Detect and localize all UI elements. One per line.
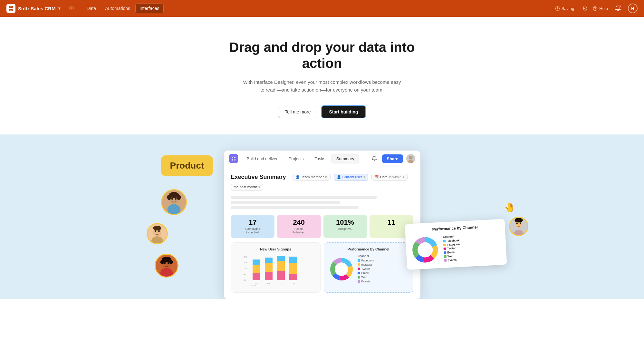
tab-tasks[interactable]: Tasks (310, 154, 330, 163)
svg-text:240: 240 (244, 262, 247, 264)
svg-rect-49 (277, 261, 285, 271)
legend-twitter: Twitter (358, 267, 374, 270)
filter-past-month[interactable]: the past month ▾ (231, 184, 264, 191)
svg-rect-46 (265, 263, 273, 272)
filter-date[interactable]: 📅 Date is within ▾ (371, 174, 408, 181)
svg-rect-53 (289, 257, 297, 263)
charts-row: New User Signups 300 240 160 80 40 (231, 242, 413, 293)
stat-campaigns: 17 CampaignsLaunched (231, 215, 275, 238)
window-bell-icon[interactable] (370, 154, 379, 163)
bar-chart-svg: 300 240 160 80 40 (236, 254, 316, 287)
svg-point-24 (160, 259, 164, 264)
saving-status: Saving... (555, 6, 578, 11)
user-avatar[interactable]: H (628, 4, 638, 13)
cursor-hand-icon: 🤚 (504, 202, 515, 213)
svg-point-73 (513, 230, 524, 235)
hero-subtitle: With Interface Designer, even your most … (242, 78, 403, 94)
help-link[interactable]: Help (593, 6, 608, 11)
svg-point-21 (164, 262, 165, 264)
notification-bell[interactable]: 1 (613, 4, 623, 13)
interface-logo (229, 154, 238, 163)
donut-chart-box: Performance by Channel (324, 242, 413, 293)
stat-assets: 240 AssetsPublished (277, 215, 321, 238)
donut-chart-svg (329, 256, 354, 282)
hero-title: Drag and drop your data into action (226, 39, 419, 72)
nav-automations[interactable]: Automations (101, 4, 134, 13)
svg-rect-44 (253, 259, 260, 265)
window-user-avatar (406, 154, 415, 163)
performance-card: Performance by Channel Channel Facebook … (405, 219, 507, 270)
filter-current-user[interactable]: 👤 Current user ▾ (334, 174, 368, 181)
svg-point-65 (336, 263, 347, 275)
svg-rect-0 (9, 6, 11, 8)
bar-chart-box: New User Signups 300 240 160 80 40 (231, 242, 321, 293)
svg-text:Q4: Q4 (292, 282, 294, 284)
history-icon[interactable] (583, 6, 588, 11)
svg-rect-51 (289, 274, 297, 280)
start-building-button[interactable]: Start building (321, 105, 366, 118)
svg-rect-50 (277, 256, 285, 261)
nav-links: Data Automations Interfaces (83, 4, 164, 13)
svg-rect-27 (234, 157, 235, 158)
info-icon[interactable]: ⓘ (69, 5, 74, 11)
floating-person-avatar (509, 217, 528, 236)
legend-email: Email (358, 271, 374, 275)
tab-actions: Share (370, 154, 415, 163)
svg-rect-1 (11, 6, 13, 8)
tell-more-button[interactable]: Tell me more (278, 106, 317, 118)
svg-point-20 (160, 268, 173, 277)
donut-legend: Channel Facebook Instagram (358, 254, 374, 284)
share-button[interactable]: Share (382, 154, 403, 163)
svg-rect-47 (265, 258, 273, 263)
svg-text:300: 300 (244, 256, 247, 258)
svg-rect-45 (265, 272, 273, 280)
tab-summary[interactable]: Summary (332, 154, 359, 163)
svg-text:160: 160 (244, 268, 247, 269)
product-badge: Product (161, 155, 213, 176)
notification-dot: 1 (619, 5, 621, 7)
filter-team-member[interactable]: 👤 Team member is (293, 174, 331, 181)
svg-point-15 (151, 236, 163, 243)
svg-rect-26 (232, 157, 233, 158)
svg-point-6 (595, 9, 595, 10)
svg-rect-43 (253, 265, 260, 273)
svg-text:40: 40 (244, 279, 246, 281)
brand-chevron-icon: ▾ (58, 6, 60, 11)
svg-rect-28 (232, 159, 233, 161)
nav-interfaces[interactable]: Interfaces (135, 4, 163, 13)
svg-text:Q3: Q3 (279, 282, 282, 284)
svg-rect-3 (11, 9, 13, 11)
brand-logo[interactable]: Softr Sales CRM ▾ (6, 4, 60, 13)
interface-window: Build and deliver Projects Tasks Summary… (224, 151, 420, 299)
svg-rect-52 (289, 263, 297, 274)
person-avatar-1 (161, 189, 187, 215)
brand-icon (6, 4, 15, 13)
bar-chart-title: New User Signups (236, 247, 316, 251)
svg-rect-48 (277, 271, 285, 280)
svg-point-13 (177, 195, 181, 200)
skeleton-lines (231, 196, 413, 209)
svg-point-8 (167, 204, 180, 214)
person-avatar-3 (155, 254, 178, 278)
donut-area: Channel Facebook Instagram (329, 254, 409, 284)
content-title: Executive Summary (231, 174, 286, 181)
interface-tabs: Build and deliver Projects Tasks Summary… (224, 151, 420, 167)
interface-content: Executive Summary 👤 Team member is 👤 Cur… (224, 167, 420, 299)
donut-chart-title: Performance by Channel (329, 247, 409, 251)
svg-text:80: 80 (244, 273, 246, 275)
tab-projects[interactable]: Projects (284, 154, 309, 163)
svg-point-30 (408, 160, 414, 163)
stats-row: 17 CampaignsLaunched 240 AssetsPublished… (231, 215, 413, 238)
svg-point-76 (520, 222, 521, 224)
tab-build-and-deliver[interactable]: Build and deliver (242, 154, 283, 163)
svg-point-25 (169, 259, 173, 264)
svg-rect-2 (9, 9, 11, 11)
svg-point-72 (418, 243, 432, 257)
svg-point-18 (153, 226, 161, 230)
svg-point-12 (167, 195, 171, 200)
legend-events: Events (358, 280, 374, 283)
nav-data[interactable]: Data (83, 4, 100, 13)
legend-instagram: Instagram (358, 263, 374, 266)
svg-rect-29 (234, 159, 235, 161)
svg-point-75 (516, 222, 518, 224)
